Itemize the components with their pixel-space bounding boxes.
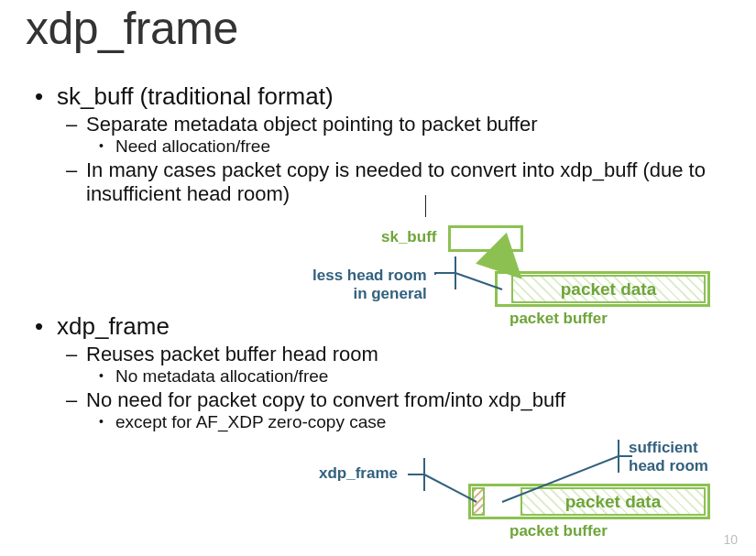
slide: xdp_frame sk_buff (traditional format) S… — [0, 0, 756, 556]
bullet-xdpframe-sub1: Reuses packet buffer head room — [66, 343, 731, 366]
bullet-skbuff-sub1: Separate metadata object pointing to pac… — [66, 113, 731, 136]
page-title: xdp_frame — [26, 2, 238, 55]
label-sufficient-headroom: sufficient head room — [629, 439, 708, 474]
page-number: 10 — [723, 532, 738, 547]
label-xdpframe: xdp_frame — [319, 464, 398, 483]
box-skbuff — [448, 225, 523, 252]
bullet-xdpframe-sub2a: except for AF_XDP zero-copy case — [99, 412, 731, 432]
body-text: sk_buff (traditional format) Separate me… — [35, 82, 731, 432]
bullet-xdpframe-sub2: No need for packet copy to convert from/… — [66, 388, 731, 412]
box-xdpframe-region — [472, 487, 485, 516]
label-packet-data-top: packet data — [561, 279, 657, 300]
label-packet-buffer-top: packet buffer — [509, 310, 608, 328]
bullet-xdpframe-sub1a: No metadata allocation/free — [99, 366, 731, 387]
label-packet-buffer-bottom: packet buffer — [509, 522, 608, 540]
label-skbuff: sk_buff — [381, 228, 436, 246]
label-less-headroom: less head room in general — [312, 267, 427, 302]
bullet-skbuff-sub2: In many cases packet copy is needed to c… — [66, 158, 731, 206]
text-cursor — [425, 195, 426, 217]
box-packet-data-bottom: packet data — [520, 487, 706, 516]
box-packet-data-top: packet data — [511, 275, 706, 303]
bullet-skbuff: sk_buff (traditional format) — [35, 82, 731, 111]
label-packet-data-bottom: packet data — [565, 492, 662, 512]
bullet-xdpframe: xdp_frame — [35, 312, 731, 341]
bullet-skbuff-sub1a: Need allocation/free — [99, 136, 731, 157]
